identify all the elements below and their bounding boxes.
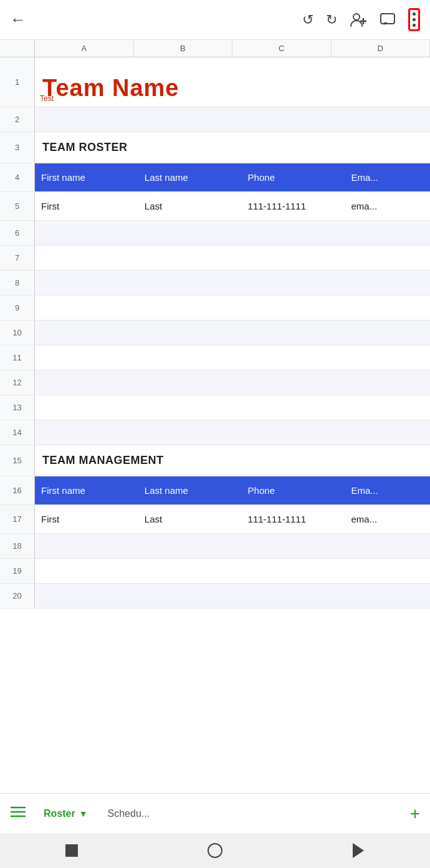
tab-menu-icon[interactable]: [10, 805, 26, 822]
management-header-email: Ema...: [345, 476, 430, 504]
tab-schedule[interactable]: Schedu...: [98, 803, 160, 824]
nav-square-button[interactable]: [60, 839, 83, 862]
toolbar-left: ←: [10, 10, 26, 29]
row-number: 14: [0, 420, 35, 445]
row-number: 5: [0, 192, 35, 220]
undo-button[interactable]: ↺: [302, 12, 313, 28]
management-data-email: ema...: [345, 505, 430, 533]
circle-icon: [208, 843, 222, 858]
table-row: 10: [0, 321, 430, 345]
row-number: 3: [0, 132, 35, 163]
row-4-content[interactable]: First name Last name Phone Ema...: [35, 163, 430, 191]
row-number: 11: [0, 345, 35, 370]
nav-home-button[interactable]: [204, 839, 226, 862]
roster-section-heading: TEAM ROSTER: [42, 141, 128, 154]
nav-back-button[interactable]: [347, 839, 370, 862]
row-number: 1: [0, 57, 35, 107]
row-number: 10: [0, 321, 35, 345]
more-options-button[interactable]: [408, 8, 420, 31]
row-17-content[interactable]: First Last 111-111-1111 ema...: [35, 505, 430, 533]
col-header-c[interactable]: C: [232, 40, 332, 57]
roster-header-phone: Phone: [242, 163, 345, 191]
three-dot-icon: [413, 12, 416, 27]
row-number: 19: [0, 559, 35, 583]
triangle-icon: [353, 843, 364, 858]
back-button[interactable]: ←: [10, 10, 26, 29]
table-row: 20: [0, 584, 430, 609]
table-row: 16 First name Last name Phone Ema...: [0, 476, 430, 505]
row-1-content[interactable]: Test Team Name: [35, 57, 430, 107]
comment-button[interactable]: [380, 12, 396, 27]
table-row: 4 First name Last name Phone Ema...: [0, 163, 430, 192]
row-number: 7: [0, 246, 35, 270]
spreadsheet: A B C D 1 Test Team Name 2 3 TEA: [0, 40, 430, 793]
row-number: 4: [0, 163, 35, 191]
table-row: 2: [0, 107, 430, 132]
row-2-content[interactable]: [35, 107, 430, 132]
table-row: 7: [0, 246, 430, 271]
row-number: 6: [0, 221, 35, 245]
system-nav-bar: [0, 833, 430, 868]
roster-section-cell: TEAM ROSTER: [35, 132, 430, 163]
roster-data-email: ema...: [345, 192, 430, 220]
management-data-firstname: First: [35, 505, 138, 533]
toolbar-right: ↺ ↻: [302, 8, 420, 31]
add-sheet-button[interactable]: +: [410, 804, 420, 824]
row-number: 16: [0, 476, 35, 504]
tab-dropdown-icon: ▼: [79, 809, 88, 819]
table-row: 14: [0, 420, 430, 445]
sheet-rows: 1 Test Team Name 2 3 TEAM ROSTER: [0, 57, 430, 793]
table-row: 18: [0, 534, 430, 559]
row-number: 20: [0, 584, 35, 608]
svg-rect-3: [381, 14, 394, 24]
management-header-phone: Phone: [242, 476, 345, 504]
row-number: 2: [0, 107, 35, 132]
table-row: 1 Test Team Name: [0, 57, 430, 107]
table-row: 3 TEAM ROSTER: [0, 132, 430, 163]
roster-data-lastname: Last: [138, 192, 242, 220]
row-15-content[interactable]: TEAM MANAGEMENT: [35, 445, 430, 476]
add-person-button[interactable]: [350, 12, 367, 27]
team-name-cell[interactable]: Test Team Name: [35, 57, 430, 107]
table-row: 12: [0, 370, 430, 395]
management-data-lastname: Last: [138, 505, 242, 533]
management-header-firstname: First name: [35, 476, 138, 504]
row-number-header: [0, 40, 35, 57]
col-header-d[interactable]: D: [332, 40, 431, 57]
table-row: 8: [0, 271, 430, 296]
roster-data-phone: 111-111-1111: [242, 192, 345, 220]
column-headers: A B C D: [0, 40, 430, 57]
row-number: 8: [0, 271, 35, 295]
row-number: 18: [0, 534, 35, 558]
tab-roster[interactable]: Roster ▼: [34, 803, 98, 824]
management-data-phone: 111-111-1111: [242, 505, 345, 533]
row-3-content[interactable]: TEAM ROSTER: [35, 132, 430, 163]
row-number: 17: [0, 505, 35, 533]
team-name-text: Team Name: [42, 75, 179, 102]
roster-header-email: Ema...: [345, 163, 430, 191]
roster-header-lastname: Last name: [138, 163, 242, 191]
test-label: Test: [40, 94, 54, 103]
row-number: 12: [0, 370, 35, 395]
roster-data-firstname: First: [35, 192, 138, 220]
toolbar: ← ↺ ↻: [0, 0, 430, 40]
row-number: 15: [0, 445, 35, 476]
row-number: 9: [0, 296, 35, 320]
row-number: 13: [0, 395, 35, 420]
row-16-content[interactable]: First name Last name Phone Ema...: [35, 476, 430, 504]
tab-schedule-label: Schedu...: [108, 808, 150, 819]
col-header-a[interactable]: A: [35, 40, 134, 57]
table-row: 17 First Last 111-111-1111 ema...: [0, 505, 430, 534]
row-5-content[interactable]: First Last 111-111-1111 ema...: [35, 192, 430, 220]
table-row: 6: [0, 221, 430, 246]
table-row: 9: [0, 296, 430, 321]
table-row: 19: [0, 559, 430, 584]
col-header-b[interactable]: B: [134, 40, 233, 57]
table-row: 11: [0, 345, 430, 370]
table-row: 15 TEAM MANAGEMENT: [0, 445, 430, 476]
tabs-bar: Roster ▼ Schedu... +: [0, 793, 430, 833]
square-icon: [65, 844, 78, 857]
management-section-heading: TEAM MANAGEMENT: [42, 454, 164, 467]
management-section-cell: TEAM MANAGEMENT: [35, 445, 430, 476]
redo-button[interactable]: ↻: [326, 12, 337, 28]
